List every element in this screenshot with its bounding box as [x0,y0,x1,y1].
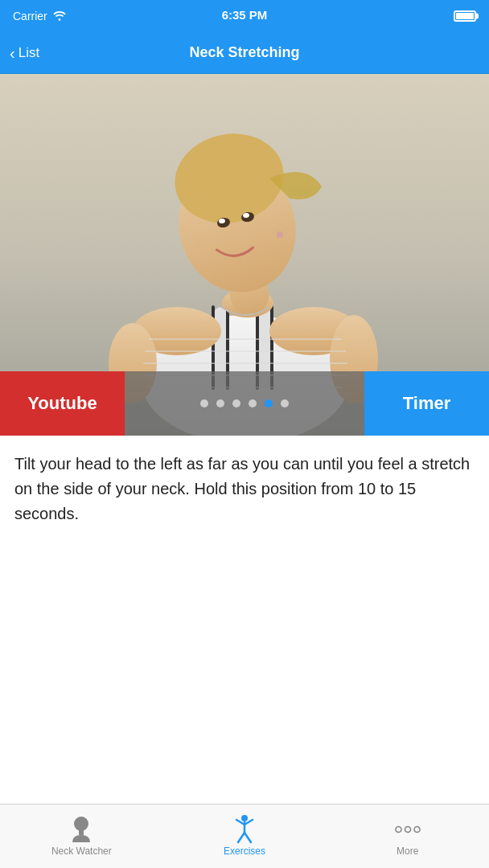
back-button[interactable]: ‹ List [10,45,39,61]
tab-exercises[interactable]: Exercises [163,817,327,857]
tab-exercises-label: Exercises [224,845,265,857]
tab-more-label: More [397,845,418,857]
carrier-text: Carrier [13,10,67,23]
more-icon [395,817,421,842]
svg-point-28 [241,815,248,821]
neck-watcher-icon [68,817,94,842]
nav-bar: ‹ List Neck Stretching [0,32,489,74]
page-dots [125,399,364,407]
dot-2[interactable] [216,399,224,407]
tab-bar: Neck Watcher Exercises [0,804,489,868]
svg-point-35 [405,826,410,832]
timer-button[interactable]: Timer [364,371,489,436]
dot-1[interactable] [200,399,208,407]
dot-3[interactable] [232,399,240,407]
chevron-left-icon: ‹ [10,45,15,61]
tab-neck-watcher[interactable]: Neck Watcher [0,817,163,857]
dot-5-active[interactable] [265,399,273,407]
tab-neck-watcher-label: Neck Watcher [51,845,112,857]
exercises-icon [232,817,257,842]
image-overlay: Youtube Timer [0,371,489,436]
youtube-button[interactable]: Youtube [0,371,125,436]
svg-rect-27 [79,830,84,835]
dot-6[interactable] [281,399,289,407]
battery-indicator [454,10,476,22]
tab-more[interactable]: More [326,817,489,857]
description-area: Tilt your head to the left as far as you… [0,436,489,542]
description-text: Tilt your head to the left as far as you… [14,452,475,526]
status-bar: Carrier 6:35 PM [0,0,489,32]
exercise-image-container: Youtube Timer [0,74,489,436]
svg-point-26 [74,817,88,831]
svg-point-20 [277,231,283,238]
nav-title: Neck Stretching [189,44,299,61]
svg-line-32 [238,833,244,842]
status-time: 6:35 PM [222,8,268,22]
svg-line-33 [244,833,251,842]
dot-4[interactable] [249,399,257,407]
svg-point-34 [396,826,401,832]
svg-point-36 [414,826,420,832]
wifi-icon [52,10,67,23]
